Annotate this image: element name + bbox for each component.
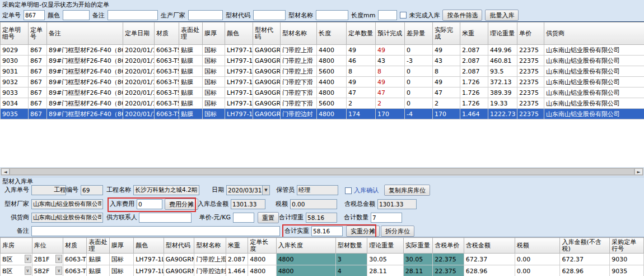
table-cell[interactable]: 22375: [517, 56, 544, 66]
table-cell[interactable]: 山东南山铝业股份有限公司: [544, 56, 644, 66]
table-cell[interactable]: 28.11: [403, 265, 433, 276]
table-cell[interactable]: 170: [433, 109, 460, 119]
table-cell[interactable]: 46: [347, 56, 376, 66]
table-cell[interactable]: 6063-T5: [63, 254, 87, 265]
table-cell[interactable]: 门带腔上滑: [281, 45, 317, 56]
table-cell[interactable]: 门带腔上滑: [281, 66, 317, 77]
table-cell[interactable]: 山东南山铝业股份有限公司: [544, 88, 644, 98]
table-cell[interactable]: GA90GRM03: [253, 56, 281, 66]
table-cell[interactable]: GA90GRM05: [164, 265, 194, 276]
table-cell[interactable]: 门带腔上滑: [194, 254, 226, 265]
table-cell[interactable]: 贴膜: [179, 56, 203, 66]
table-cell[interactable]: LH797-1LL0: [225, 77, 253, 88]
table-cell[interactable]: 9033: [1, 88, 29, 98]
table-cell[interactable]: 2020/01/13: [123, 56, 155, 66]
project-no-input[interactable]: [81, 185, 103, 195]
table-cell[interactable]: 1.464: [226, 265, 248, 276]
project-name-input[interactable]: [133, 185, 199, 195]
table-cell[interactable]: 5B2F∨: [32, 265, 63, 276]
table-cell[interactable]: LH797-1LL0: [134, 265, 164, 276]
table-cell[interactable]: 贴膜: [87, 265, 109, 276]
table-cell[interactable]: 89#门框型材F26-F40（866+867）: [47, 109, 123, 119]
table-cell[interactable]: 6063-T5: [63, 265, 87, 276]
table-cell[interactable]: 门带腔下滑: [281, 77, 317, 88]
table-cell[interactable]: 672.37: [560, 254, 610, 265]
table-cell[interactable]: 672.37: [464, 254, 515, 265]
table-cell[interactable]: 贴膜: [179, 88, 203, 98]
table-cell[interactable]: 49: [347, 45, 376, 56]
table-cell[interactable]: 2: [347, 98, 376, 109]
table-cell[interactable]: 49: [433, 45, 460, 56]
remark-input[interactable]: [108, 10, 158, 20]
table-cell[interactable]: 2B1F∨: [32, 254, 63, 265]
inbound-fee-input[interactable]: [137, 199, 162, 209]
table-cell[interactable]: 2020/01/13: [123, 77, 155, 88]
table-cell[interactable]: 0: [405, 45, 433, 56]
table-cell[interactable]: 2020/01/13: [123, 109, 155, 119]
table-cell[interactable]: 2: [376, 98, 405, 109]
table-cell[interactable]: GA90GRM03: [253, 45, 281, 56]
table-cell[interactable]: 867: [29, 77, 47, 88]
keeper-input[interactable]: [297, 185, 338, 195]
column-header[interactable]: 颜色: [225, 22, 253, 45]
table-row[interactable]: B区∨5B2F∨6063-T5贴膜国标LH797-1LL0GA90GRM05门带…: [1, 265, 644, 276]
table-row[interactable]: 902986789#门框型材F26-F40（866+867）2020/01/13…: [1, 45, 644, 56]
table-cell[interactable]: 国标: [203, 45, 225, 56]
scroll-right-button[interactable]: ►: [634, 168, 643, 175]
dropdown-arrow-icon[interactable]: ∨: [55, 255, 62, 263]
factory-input[interactable]: [31, 199, 103, 209]
table-cell[interactable]: LH797-1LL0: [225, 45, 253, 56]
column-header[interactable]: 材质: [155, 22, 179, 45]
table-cell[interactable]: 5600: [317, 98, 347, 109]
horizontal-scrollbar[interactable]: ◄ ►: [1, 168, 643, 176]
table-cell[interactable]: 8: [376, 66, 405, 77]
table-cell[interactable]: B区∨: [1, 254, 32, 265]
total-qty-input[interactable]: [371, 213, 402, 223]
table-cell[interactable]: 9032: [1, 77, 29, 88]
table-cell[interactable]: 0: [405, 98, 433, 109]
table-cell[interactable]: 0.00: [515, 254, 560, 265]
table-cell[interactable]: 1.726: [460, 98, 488, 109]
inbound-total-input[interactable]: [231, 199, 265, 209]
table-cell[interactable]: 22.375: [433, 265, 464, 276]
dropdown-arrow-icon[interactable]: ∨: [25, 266, 31, 275]
table-cell[interactable]: 4800: [276, 265, 335, 276]
table-cell[interactable]: 867: [29, 109, 47, 119]
column-header[interactable]: 定单长度: [248, 238, 276, 254]
table-cell[interactable]: 门带腔边封: [281, 109, 317, 119]
column-header[interactable]: 库房: [1, 238, 32, 254]
table-cell[interactable]: 9030: [1, 56, 29, 66]
table-cell[interactable]: B区∨: [1, 265, 32, 276]
order-no-input[interactable]: [24, 10, 45, 20]
table-cell[interactable]: 贴膜: [87, 254, 109, 265]
table-cell[interactable]: 4: [335, 265, 367, 276]
unit-price-input[interactable]: [233, 213, 254, 223]
table-cell[interactable]: 2.087: [460, 45, 488, 56]
supplier-input[interactable]: [31, 213, 103, 223]
table-cell[interactable]: 89#门框型材F26-F40（866+867）: [47, 45, 123, 56]
column-header[interactable]: 含税金额: [464, 238, 515, 254]
table-cell[interactable]: 47: [376, 88, 405, 98]
table-cell[interactable]: 389.39: [488, 88, 517, 98]
column-header[interactable]: 定单号: [29, 22, 47, 45]
column-header[interactable]: 定单数量: [347, 22, 376, 45]
table-cell[interactable]: 国标: [203, 56, 225, 66]
table-cell[interactable]: 49: [433, 77, 460, 88]
table-cell[interactable]: 89#门框型材F26-F40（866+867）: [47, 77, 123, 88]
table-cell[interactable]: LH797-1LL0: [134, 254, 164, 265]
column-header[interactable]: 差异量: [405, 22, 433, 45]
table-cell[interactable]: 贴膜: [179, 66, 203, 77]
table-cell[interactable]: 47: [347, 88, 376, 98]
table-cell[interactable]: 门带腔边封: [194, 265, 226, 276]
table-cell[interactable]: 国标: [203, 88, 225, 98]
table-cell[interactable]: 9034: [1, 98, 29, 109]
table-cell[interactable]: 贴膜: [179, 45, 203, 56]
copy-location-button[interactable]: 复制库房库位: [384, 185, 430, 196]
table-row[interactable]: 903186789#门框型材F26-F40（866+867）2020/01/13…: [1, 66, 644, 77]
table-cell[interactable]: 6063-T5: [155, 45, 179, 56]
table-cell[interactable]: 628.96: [464, 265, 515, 276]
table-cell[interactable]: 4800: [248, 254, 276, 265]
table-cell[interactable]: 89#门框型材F26-F40（866+867）: [47, 56, 123, 66]
table-cell[interactable]: 867: [29, 45, 47, 56]
table-cell[interactable]: 0: [405, 66, 433, 77]
